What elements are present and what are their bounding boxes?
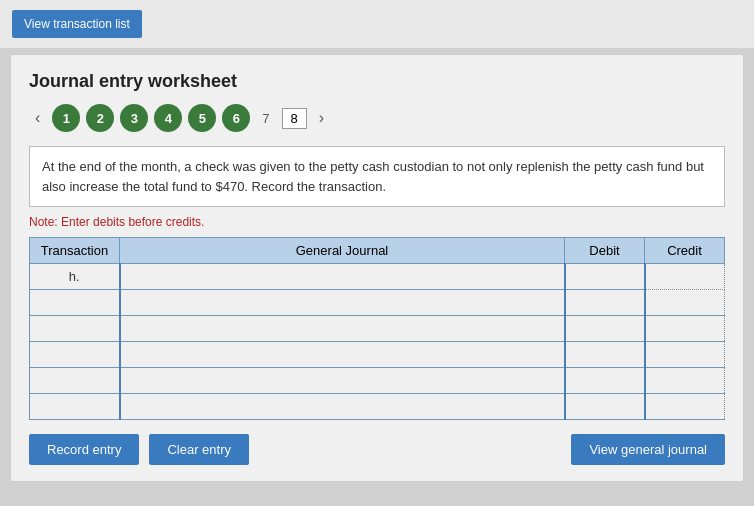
main-container: Journal entry worksheet ‹ 1 2 3 4 5 6 7 … [10,54,744,482]
debit-input[interactable] [570,322,640,336]
top-bar: View transaction list [0,0,754,48]
credit-input[interactable] [650,270,721,284]
table-row [30,316,725,342]
table-row [30,394,725,420]
gj-cell[interactable] [120,394,565,420]
journal-table: Transaction General Journal Debit Credit… [29,237,725,420]
debit-cell[interactable] [565,368,645,394]
transaction-cell [30,394,120,420]
debit-cell[interactable] [565,290,645,316]
credit-cell[interactable] [645,368,725,394]
gj-cell[interactable] [120,342,565,368]
pagination: ‹ 1 2 3 4 5 6 7 8 › [29,104,725,132]
gj-input[interactable] [125,400,560,414]
credit-cell[interactable] [645,290,725,316]
credit-input[interactable] [650,296,721,310]
credit-input[interactable] [650,348,721,362]
page-8-button[interactable]: 8 [282,108,307,129]
debit-cell[interactable] [565,394,645,420]
note-text: Note: Enter debits before credits. [29,215,725,229]
page-1-button[interactable]: 1 [52,104,80,132]
debit-cell[interactable] [565,316,645,342]
credit-cell[interactable] [645,264,725,290]
credit-cell[interactable] [645,316,725,342]
page-4-button[interactable]: 4 [154,104,182,132]
col-credit: Credit [645,238,725,264]
col-transaction: Transaction [30,238,120,264]
gj-input[interactable] [125,270,560,284]
view-transaction-button[interactable]: View transaction list [12,10,142,38]
page-3-button[interactable]: 3 [120,104,148,132]
transaction-cell [30,342,120,368]
transaction-cell: h. [30,264,120,290]
table-row [30,290,725,316]
worksheet-title: Journal entry worksheet [29,71,725,92]
table-row [30,368,725,394]
gj-input[interactable] [125,348,560,362]
description-box: At the end of the month, a check was giv… [29,146,725,207]
page-6-button[interactable]: 6 [222,104,250,132]
record-entry-button[interactable]: Record entry [29,434,139,465]
view-general-journal-button[interactable]: View general journal [571,434,725,465]
table-row: h. [30,264,725,290]
debit-input[interactable] [570,400,640,414]
clear-entry-button[interactable]: Clear entry [149,434,249,465]
col-general-journal: General Journal [120,238,565,264]
gj-input[interactable] [125,374,560,388]
debit-input[interactable] [570,296,640,310]
credit-input[interactable] [650,400,721,414]
gj-input[interactable] [125,322,560,336]
debit-cell[interactable] [565,342,645,368]
gj-cell[interactable] [120,368,565,394]
page-5-button[interactable]: 5 [188,104,216,132]
col-debit: Debit [565,238,645,264]
gj-input[interactable] [125,296,560,310]
page-2-button[interactable]: 2 [86,104,114,132]
page-7-button[interactable]: 7 [256,109,275,128]
credit-cell[interactable] [645,394,725,420]
credit-cell[interactable] [645,342,725,368]
debit-input[interactable] [570,270,640,284]
gj-cell[interactable] [120,316,565,342]
transaction-cell [30,290,120,316]
credit-input[interactable] [650,374,721,388]
credit-input[interactable] [650,322,721,336]
debit-input[interactable] [570,348,640,362]
gj-cell[interactable] [120,264,565,290]
gj-cell[interactable] [120,290,565,316]
transaction-cell [30,316,120,342]
prev-page-button[interactable]: ‹ [29,107,46,129]
debit-cell[interactable] [565,264,645,290]
transaction-cell [30,368,120,394]
next-page-button[interactable]: › [313,107,330,129]
debit-input[interactable] [570,374,640,388]
table-row [30,342,725,368]
bottom-buttons: Record entry Clear entry View general jo… [29,434,725,465]
